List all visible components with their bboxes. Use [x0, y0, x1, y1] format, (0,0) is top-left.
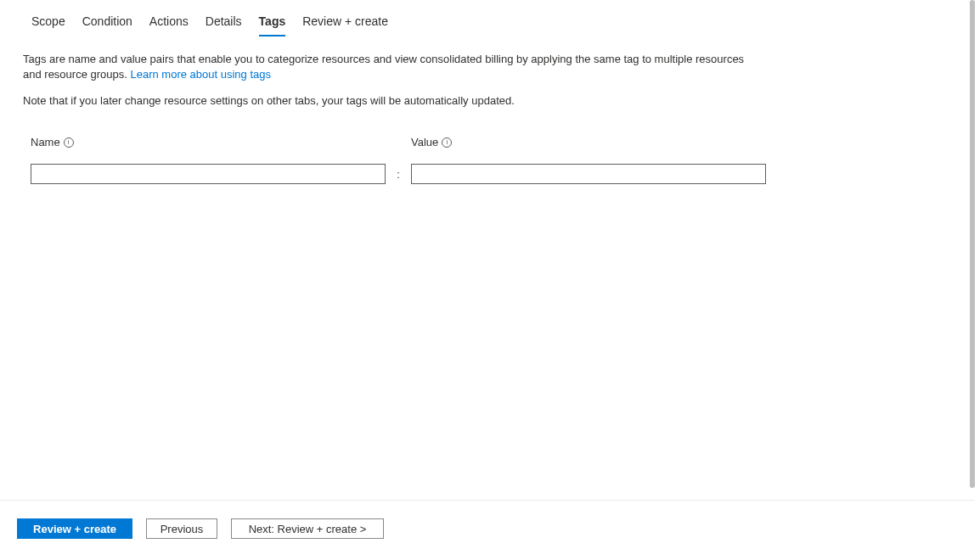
footer-actions: Review + create Previous Next: Review + … — [0, 508, 975, 549]
tag-value-input[interactable] — [411, 164, 766, 184]
tab-tags[interactable]: Tags — [251, 11, 295, 36]
tab-bar: Scope Condition Actions Details Tags Rev… — [0, 0, 975, 36]
info-icon[interactable]: i — [64, 137, 74, 148]
tab-scope[interactable]: Scope — [23, 11, 74, 36]
learn-more-link[interactable]: Learn more about using tags — [130, 68, 271, 81]
scrollbar[interactable] — [970, 0, 975, 488]
tab-condition[interactable]: Condition — [74, 11, 141, 36]
tags-description: Tags are name and value pairs that enabl… — [0, 36, 764, 82]
tag-input-row: : — [31, 164, 975, 184]
tag-name-input[interactable] — [31, 164, 386, 184]
name-label: Name — [31, 136, 60, 148]
colon-separator: : — [386, 168, 411, 181]
footer-divider — [0, 500, 975, 501]
tags-note: Note that if you later change resource s… — [0, 82, 975, 107]
previous-button[interactable]: Previous — [146, 518, 217, 539]
info-icon[interactable]: i — [442, 137, 452, 148]
tab-details[interactable]: Details — [197, 11, 251, 36]
review-create-button[interactable]: Review + create — [17, 518, 132, 539]
next-review-create-button[interactable]: Next: Review + create > — [231, 518, 384, 539]
value-label: Value — [411, 136, 438, 148]
tab-review-create[interactable]: Review + create — [294, 11, 397, 36]
value-column-header: Value i — [411, 136, 452, 148]
name-column-header: Name i — [31, 136, 411, 148]
tags-form: Name i Value i : — [0, 107, 975, 184]
tab-actions[interactable]: Actions — [141, 11, 197, 36]
